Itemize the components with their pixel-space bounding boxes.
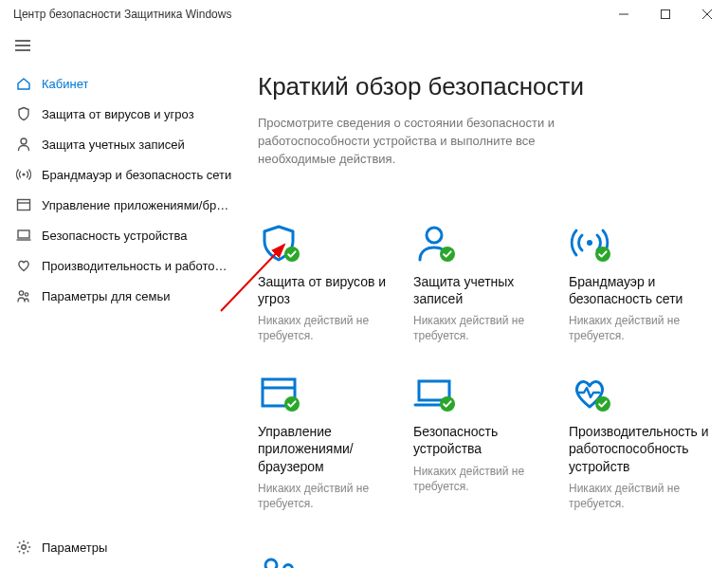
sidebar-item-label: Защита от вирусов и угроз — [42, 107, 194, 121]
svg-point-37 — [284, 565, 293, 569]
heart-icon — [569, 374, 614, 413]
sidebar-item-browser[interactable]: Управление приложениями/браузером — [0, 190, 233, 220]
sidebar-item-settings[interactable]: Параметры — [0, 532, 233, 562]
sidebar-item-heart[interactable]: Производительность и работоспособность — [0, 250, 233, 281]
tile-status: Никаких действий не требуется. — [258, 481, 400, 511]
svg-point-7 — [21, 138, 27, 144]
browser-icon — [258, 374, 303, 413]
heart-icon — [13, 258, 34, 273]
family-icon — [13, 288, 34, 303]
svg-point-14 — [25, 293, 27, 296]
sidebar-item-label: Управление приложениями/браузером — [42, 198, 233, 212]
tile-browser[interactable]: Управление приложениями/браузеромНикаких… — [258, 374, 400, 511]
sidebar-item-label: Брандмауэр и безопасность сети — [42, 168, 231, 182]
tile-status: Никаких действий не требуется. — [413, 464, 555, 494]
window-controls — [603, 0, 728, 28]
svg-point-36 — [265, 559, 277, 568]
svg-line-23 — [19, 551, 21, 553]
tile-title: Защита от вирусов и угроз — [258, 273, 400, 307]
svg-line-21 — [27, 551, 29, 553]
sidebar-item-label: Защита учетных записей — [42, 137, 185, 152]
shield-icon — [258, 224, 303, 264]
tile-heart[interactable]: Производительность и работоспособность у… — [569, 374, 711, 511]
tile-title: Безопасность устройства — [413, 423, 555, 457]
family-icon — [258, 555, 303, 568]
network-icon — [569, 224, 614, 264]
svg-rect-11 — [18, 230, 29, 238]
svg-rect-9 — [18, 200, 30, 211]
tiles-grid: Защита от вирусов и угрозНикаких действи… — [258, 224, 703, 512]
maximize-button[interactable] — [645, 0, 686, 28]
svg-point-13 — [19, 291, 23, 295]
close-button[interactable] — [686, 0, 728, 28]
gear-icon — [13, 540, 34, 555]
person-icon — [413, 224, 459, 264]
tile-status: Никаких действий не требуется. — [569, 481, 711, 511]
tile-title: Защита учетных записей — [413, 273, 555, 307]
sidebar-item-family[interactable]: Параметры для семьи — [0, 281, 233, 311]
svg-rect-1 — [662, 10, 670, 19]
device-icon — [413, 374, 459, 413]
main-panel: Краткий обзор безопасности Просмотрите с… — [233, 28, 728, 568]
sidebar-item-person[interactable]: Защита учетных записей — [0, 129, 233, 159]
tile-title: Брандмауэр и безопасность сети — [569, 273, 711, 307]
svg-line-20 — [19, 542, 21, 544]
tile-status: Никаких действий не требуется. — [569, 313, 711, 343]
titlebar: Центр безопасности Защитника Windows — [0, 0, 728, 28]
sidebar-item-shield[interactable]: Защита от вирусов и угроз — [0, 99, 233, 129]
sidebar-item-home[interactable]: Кабинет — [0, 68, 233, 99]
tile-shield[interactable]: Защита от вирусов и угрозНикаких действи… — [258, 224, 400, 344]
sidebar-item-label: Параметры — [42, 541, 107, 555]
network-icon — [13, 167, 34, 182]
hamburger-button[interactable] — [4, 28, 42, 63]
svg-point-8 — [22, 173, 25, 175]
sidebar: КабинетЗащита от вирусов и угрозЗащита у… — [0, 28, 233, 568]
person-icon — [13, 137, 34, 152]
tile-person[interactable]: Защита учетных записейНикаких действий н… — [413, 224, 555, 344]
svg-point-25 — [427, 228, 442, 243]
svg-point-27 — [587, 240, 592, 246]
shield-icon — [13, 106, 34, 121]
svg-point-15 — [22, 545, 27, 550]
sidebar-item-label: Производительность и работоспособность — [42, 259, 233, 273]
browser-icon — [13, 197, 34, 212]
device-icon — [13, 228, 34, 243]
sidebar-item-label: Параметры для семьи — [42, 289, 170, 303]
app-title: Центр безопасности Защитника Windows — [13, 8, 231, 21]
minimize-button[interactable] — [603, 0, 645, 28]
tile-title: Управление приложениями/браузером — [258, 423, 400, 475]
home-icon — [13, 76, 34, 91]
sidebar-item-device[interactable]: Безопасность устройства — [0, 220, 233, 250]
tile-device[interactable]: Безопасность устройстваНикаких действий … — [413, 374, 555, 511]
sidebar-item-label: Безопасность устройства — [42, 229, 188, 243]
tile-status: Никаких действий не требуется. — [413, 313, 555, 343]
svg-line-22 — [27, 542, 29, 544]
tile-title: Производительность и работоспособность у… — [569, 423, 711, 475]
nav-list: КабинетЗащита от вирусов и угрозЗащита у… — [0, 68, 233, 311]
page-title: Краткий обзор безопасности — [258, 72, 703, 101]
tile-status: Никаких действий не требуется. — [258, 313, 400, 343]
sidebar-item-network[interactable]: Брандмауэр и безопасность сети — [0, 159, 233, 190]
tile-network[interactable]: Брандмауэр и безопасность сетиНикаких де… — [569, 224, 711, 344]
sidebar-item-label: Кабинет — [42, 77, 88, 91]
page-subtitle: Просмотрите сведения о состоянии безопас… — [258, 115, 609, 169]
